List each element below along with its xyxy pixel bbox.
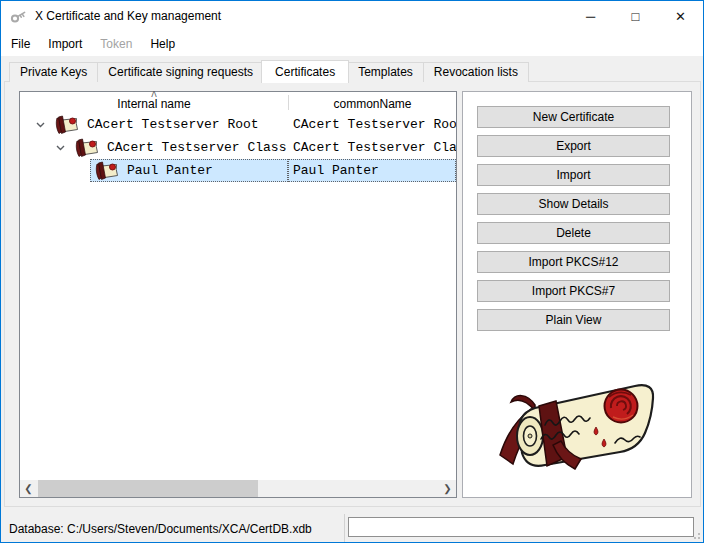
title-bar: X Certificate and Key management ─ □ ✕ [1, 1, 703, 31]
tab-certificate-signing-requests[interactable]: Certificate signing requests [97, 62, 264, 82]
scroll-left-icon[interactable]: ❮ [20, 480, 37, 497]
tab-revocation-lists[interactable]: Revocation lists [423, 62, 529, 82]
progress-field [348, 517, 694, 537]
new-certificate-button[interactable]: New Certificate [477, 106, 670, 128]
import-pkcs-7-button[interactable]: Import PKCS#7 [477, 280, 670, 302]
certificate-icon [52, 115, 80, 134]
xca-main-window: X Certificate and Key management ─ □ ✕ F… [0, 0, 704, 543]
table-row-paul-panter[interactable]: Paul PanterPaul Panter [20, 159, 456, 182]
menu-file[interactable]: File [2, 31, 39, 56]
plain-view-button[interactable]: Plain View [477, 309, 670, 331]
window-controls: ─ □ ✕ [568, 1, 703, 31]
key-icon [10, 8, 27, 25]
horizontal-scrollbar[interactable]: ❮ ❯ [20, 480, 456, 497]
table-header: ᐱ Internal name commonName [20, 92, 456, 113]
maximize-button[interactable]: □ [613, 1, 658, 31]
import-button[interactable]: Import [477, 164, 670, 186]
show-details-button[interactable]: Show Details [477, 193, 670, 215]
statusbar-database-path: Database: C:/Users/Steven/Documents/XCA/… [9, 516, 312, 542]
internal-name-text: CAcert Testserver Root [87, 117, 259, 132]
internal-name-text: CAcert Testserver Class 3 [107, 140, 288, 155]
cell-internal-name[interactable]: Paul Panter [20, 159, 288, 182]
actions-panel: New CertificateExportImportShow DetailsD… [462, 91, 692, 498]
xca-scroll-logo [483, 375, 673, 478]
column-header-internal-name[interactable]: Internal name [20, 92, 288, 113]
menu-help[interactable]: Help [141, 31, 184, 56]
tab-certificates[interactable]: Certificates [261, 60, 349, 83]
cell-common-name[interactable]: CAcert Testserver Root [288, 113, 456, 136]
certificates-table: ᐱ Internal name commonName CAcert Testse… [19, 91, 457, 498]
import-pkcs-12-button[interactable]: Import PKCS#12 [477, 251, 670, 273]
tab-bar: Private KeysCertificate signing requests… [9, 59, 528, 82]
cell-common-name[interactable]: CAcert Testserver Class 3 [288, 136, 456, 159]
maximize-icon: □ [632, 10, 640, 23]
cell-common-name[interactable]: Paul Panter [288, 159, 456, 182]
window-title: X Certificate and Key management [35, 9, 221, 23]
cell-internal-name[interactable]: CAcert Testserver Class 3 [20, 136, 288, 159]
menu-bar: FileImportTokenHelp [1, 31, 703, 56]
certificate-icon [72, 138, 100, 157]
internal-name-text: Paul Panter [127, 163, 213, 178]
menu-token: Token [91, 31, 141, 56]
table-row-cacert-testserver-class-3[interactable]: CAcert Testserver Class 3CAcert Testserv… [20, 136, 456, 159]
resize-grip[interactable] [690, 529, 700, 539]
export-button[interactable]: Export [477, 135, 670, 157]
tab-private-keys[interactable]: Private Keys [9, 62, 98, 82]
column-header-common-name[interactable]: commonName [289, 92, 456, 113]
minimize-icon: ─ [586, 10, 595, 23]
table-body: CAcert Testserver RootCAcert Testserver … [20, 113, 456, 480]
cell-internal-name[interactable]: CAcert Testserver Root [20, 113, 288, 136]
statusbar-divider [344, 514, 345, 542]
chevron-down-icon[interactable] [30, 122, 50, 128]
close-button[interactable]: ✕ [658, 1, 703, 31]
minimize-button[interactable]: ─ [568, 1, 613, 31]
menu-import[interactable]: Import [39, 31, 91, 56]
tab-templates[interactable]: Templates [347, 62, 424, 82]
table-row-cacert-testserver-root[interactable]: CAcert Testserver RootCAcert Testserver … [20, 113, 456, 136]
delete-button[interactable]: Delete [477, 222, 670, 244]
scrollbar-thumb[interactable] [38, 480, 258, 497]
scroll-right-icon[interactable]: ❯ [439, 480, 456, 497]
certificate-icon [92, 161, 120, 180]
close-icon: ✕ [675, 10, 686, 23]
chevron-down-icon[interactable] [50, 145, 70, 151]
